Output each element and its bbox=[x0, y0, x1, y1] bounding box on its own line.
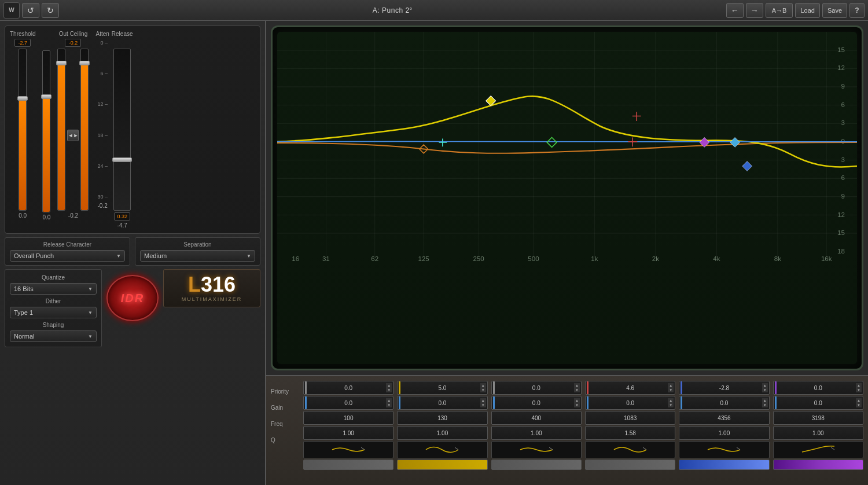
band3-color-btn[interactable] bbox=[491, 460, 582, 470]
band4-priority-up[interactable]: ▲ bbox=[668, 383, 674, 388]
band2-gain-up[interactable]: ▲ bbox=[480, 398, 486, 403]
band4-eq-icon[interactable] bbox=[585, 441, 675, 458]
band6-gain[interactable]: 0.0 ▲ ▼ bbox=[773, 396, 863, 410]
band5-gain-down[interactable]: ▼ bbox=[762, 403, 768, 407]
band3-q[interactable]: 1.00 bbox=[491, 426, 582, 440]
band4-gain-stepper[interactable]: ▲ ▼ bbox=[668, 398, 674, 407]
band1-gain[interactable]: 0.0 ▲ ▼ bbox=[303, 396, 393, 410]
band3-gain-stepper[interactable]: ▲ ▼ bbox=[574, 398, 580, 407]
band2-eq-icon[interactable] bbox=[397, 441, 487, 458]
band4-freq[interactable]: 1083 bbox=[585, 411, 675, 425]
band6-priority-stepper[interactable]: ▲ ▼ bbox=[856, 383, 862, 392]
out-ceiling-fader-r[interactable] bbox=[80, 49, 89, 211]
band-col-6: 0.0 ▲ ▼ 0.0 ▲ ▼ 3198 1.00 bbox=[773, 381, 863, 470]
band5-eq-icon[interactable] bbox=[679, 441, 769, 458]
band6-gain-stepper[interactable]: ▲ ▼ bbox=[856, 398, 862, 407]
band1-gain-stepper[interactable]: ▲ ▼ bbox=[386, 398, 392, 407]
band3-priority-up[interactable]: ▲ bbox=[574, 383, 580, 388]
band2-priority-up[interactable]: ▲ bbox=[480, 383, 486, 388]
band3-eq-icon[interactable] bbox=[491, 441, 582, 458]
dither-select[interactable]: Type 1 ▼ bbox=[10, 307, 97, 318]
band5-gain-stepper[interactable]: ▲ ▼ bbox=[762, 398, 768, 407]
band3-gain[interactable]: 0.0 ▲ ▼ bbox=[491, 396, 582, 410]
band2-freq[interactable]: 130 bbox=[397, 411, 487, 425]
band2-gain-stepper[interactable]: ▲ ▼ bbox=[480, 398, 486, 407]
next-preset-button[interactable]: → bbox=[746, 3, 763, 18]
band4-priority-stepper[interactable]: ▲ ▼ bbox=[668, 383, 674, 392]
band4-gain-up[interactable]: ▲ bbox=[668, 398, 674, 403]
band1-gain-up[interactable]: ▲ bbox=[386, 398, 392, 403]
band4-color-btn[interactable] bbox=[585, 460, 675, 470]
threshold-fader[interactable] bbox=[19, 49, 27, 211]
threshold-value[interactable]: -2.7 bbox=[14, 39, 31, 47]
separation-group: Separation Medium ▼ bbox=[135, 237, 260, 266]
release-fader[interactable] bbox=[113, 49, 131, 211]
band3-gain-up[interactable]: ▲ bbox=[574, 398, 580, 403]
svg-line-58 bbox=[549, 447, 553, 450]
redo-button[interactable]: ↻ bbox=[42, 3, 59, 18]
ab-compare-button[interactable]: A→B bbox=[766, 3, 793, 18]
band1-priority[interactable]: 0.0 ▲ ▼ bbox=[303, 381, 393, 395]
threshold-fader2[interactable] bbox=[42, 50, 50, 212]
band6-priority[interactable]: 0.0 ▲ ▼ bbox=[773, 381, 863, 395]
band1-gain-down[interactable]: ▼ bbox=[386, 403, 392, 407]
band5-priority-down[interactable]: ▼ bbox=[762, 388, 768, 392]
band6-gain-up[interactable]: ▲ bbox=[856, 398, 862, 403]
band1-q[interactable]: 1.00 bbox=[303, 426, 393, 440]
band3-gain-down[interactable]: ▼ bbox=[574, 403, 580, 407]
band1-priority-stepper[interactable]: ▲ ▼ bbox=[386, 383, 392, 392]
band4-priority[interactable]: 4.6 ▲ ▼ bbox=[585, 381, 675, 395]
band2-gain[interactable]: 0.0 ▲ ▼ bbox=[397, 396, 487, 410]
help-button[interactable]: ? bbox=[849, 3, 865, 18]
band5-priority[interactable]: -2.8 ▲ ▼ bbox=[679, 381, 769, 395]
separation-select[interactable]: Medium ▼ bbox=[140, 250, 255, 262]
band2-gain-down[interactable]: ▼ bbox=[480, 403, 486, 407]
band2-q[interactable]: 1.00 bbox=[397, 426, 487, 440]
band1-color-btn[interactable] bbox=[303, 460, 393, 470]
release-character-select[interactable]: Overall Punch ▼ bbox=[10, 250, 125, 262]
quantize-select[interactable]: 16 Bits ▼ bbox=[10, 283, 97, 295]
band2-color-btn[interactable] bbox=[397, 460, 487, 470]
band4-q[interactable]: 1.58 bbox=[585, 426, 675, 440]
undo-button[interactable]: ↺ bbox=[22, 3, 39, 18]
band1-priority-up[interactable]: ▲ bbox=[386, 383, 392, 388]
band6-eq-icon[interactable] bbox=[773, 441, 863, 458]
band3-priority-stepper[interactable]: ▲ ▼ bbox=[574, 383, 580, 392]
out-ceiling-fader-l[interactable] bbox=[57, 49, 65, 211]
band4-priority-down[interactable]: ▼ bbox=[668, 388, 674, 392]
band6-priority-down[interactable]: ▼ bbox=[856, 388, 862, 392]
band6-q[interactable]: 1.00 bbox=[773, 426, 863, 440]
band3-priority-down[interactable]: ▼ bbox=[574, 388, 580, 392]
band5-color-btn[interactable] bbox=[679, 460, 769, 470]
idr-button[interactable]: IDR bbox=[106, 275, 159, 321]
band5-q[interactable]: 1.00 bbox=[679, 426, 769, 440]
band1-freq[interactable]: 100 bbox=[303, 411, 393, 425]
band4-gain-down[interactable]: ▼ bbox=[668, 403, 674, 407]
band6-freq[interactable]: 3198 bbox=[773, 411, 863, 425]
band6-priority-up[interactable]: ▲ bbox=[856, 383, 862, 388]
band5-gain-up[interactable]: ▲ bbox=[762, 398, 768, 403]
band2-priority[interactable]: 5.0 ▲ ▼ bbox=[397, 381, 487, 395]
release-value[interactable]: 0.32 bbox=[114, 212, 130, 221]
band5-freq[interactable]: 4356 bbox=[679, 411, 769, 425]
shaping-select[interactable]: Normal ▼ bbox=[10, 330, 97, 342]
band3-priority[interactable]: 0.0 ▲ ▼ bbox=[491, 381, 582, 395]
prev-preset-button[interactable]: ← bbox=[726, 3, 744, 18]
svg-text:16k: 16k bbox=[821, 255, 832, 262]
band3-freq[interactable]: 400 bbox=[491, 411, 582, 425]
band1-priority-down[interactable]: ▼ bbox=[386, 388, 392, 392]
fader-link-button[interactable]: ◄► bbox=[67, 130, 79, 141]
band1-eq-icon[interactable] bbox=[303, 441, 393, 458]
band5-priority-stepper[interactable]: ▲ ▼ bbox=[762, 383, 768, 392]
band4-gain[interactable]: 0.0 ▲ ▼ bbox=[585, 396, 675, 410]
out-ceiling-value[interactable]: -0.2 bbox=[65, 39, 81, 47]
save-button[interactable]: Save bbox=[822, 3, 847, 18]
band6-gain-down[interactable]: ▼ bbox=[856, 403, 862, 407]
band2-priority-down[interactable]: ▼ bbox=[480, 388, 486, 392]
band5-priority-up[interactable]: ▲ bbox=[762, 383, 768, 388]
load-button[interactable]: Load bbox=[795, 3, 819, 18]
band6-color-btn[interactable] bbox=[773, 460, 863, 470]
band5-gain[interactable]: 0.0 ▲ ▼ bbox=[679, 396, 769, 410]
gain-row-label: Gain bbox=[271, 399, 300, 416]
band2-priority-stepper[interactable]: ▲ ▼ bbox=[480, 383, 486, 392]
